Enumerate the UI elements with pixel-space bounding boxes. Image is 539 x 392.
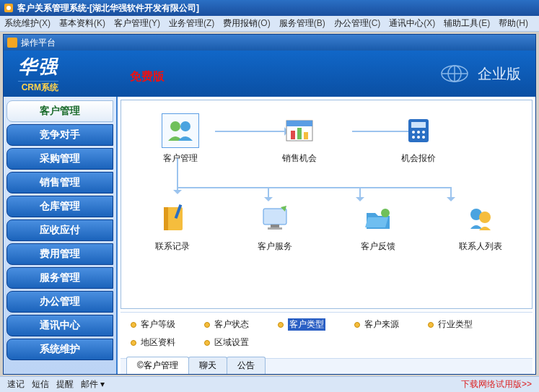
menu-system[interactable]: 系统维护(X): [4, 17, 51, 30]
header-banner: 华强 CRM系统 免费版 企业版: [4, 51, 535, 97]
connector-line: [177, 187, 451, 188]
sidebar: 客户管理 竞争对手 采购管理 销售管理 仓库管理 应收应付 费用管理 服务管理 …: [4, 97, 116, 374]
sidebar-item-purchase[interactable]: 采购管理: [6, 148, 113, 170]
main-panel: 客户管理 销售机会 机会报价: [116, 97, 535, 374]
svg-rect-15: [411, 122, 426, 128]
status-quicknote[interactable]: 速记: [7, 378, 25, 391]
logo: 华强 CRM系统: [18, 54, 58, 94]
menubar: 系统维护(X) 基本资料(K) 客户管理(Y) 业务管理(Z) 费用报销(O) …: [0, 16, 539, 32]
flow-quote[interactable]: 机会报价: [379, 113, 458, 165]
link-tray: 客户等级 客户状态 客户类型 客户来源 行业类型 地区资料 区域设置: [120, 312, 533, 355]
menu-basic[interactable]: 基本资料(K): [59, 17, 105, 30]
flow-contact-log[interactable]: 联系记录: [133, 201, 212, 253]
arrow-icon: [268, 187, 269, 200]
link-cust-level[interactable]: 客户等级: [131, 318, 175, 331]
edition-text: 企业版: [478, 64, 521, 84]
link-region-data[interactable]: 地区资料: [131, 336, 175, 349]
status-sms[interactable]: 短信: [32, 378, 49, 391]
menu-tools[interactable]: 辅助工具(E): [444, 17, 490, 30]
tab-chat[interactable]: 聊天: [188, 357, 227, 374]
bullet-icon: [131, 322, 136, 328]
svg-rect-10: [286, 121, 312, 126]
svg-point-17: [417, 131, 420, 134]
chart-icon: [281, 113, 318, 148]
sidebar-item-comm[interactable]: 通讯中心: [6, 315, 113, 336]
folder-icon: [359, 201, 397, 236]
menu-customer[interactable]: 客户管理(Y): [114, 17, 160, 30]
svg-point-1: [6, 6, 11, 10]
sidebar-item-customer[interactable]: 客户管理: [6, 100, 113, 122]
app-icon: [3, 2, 14, 14]
svg-rect-11: [291, 131, 295, 139]
menu-expense[interactable]: 费用报销(O): [223, 17, 270, 30]
arrow-icon: [359, 187, 361, 200]
tab-customer[interactable]: ©客户管理: [126, 357, 189, 374]
flow-customer-feedback[interactable]: 客户反馈: [338, 201, 418, 253]
link-area-setting[interactable]: 区域设置: [204, 336, 249, 349]
sidebar-item-sysmaint[interactable]: 系统维护: [6, 339, 113, 360]
people-icon: [162, 113, 199, 148]
svg-point-21: [422, 136, 425, 139]
svg-point-8: [180, 121, 190, 131]
flow-contact-list[interactable]: 联系人列表: [441, 201, 520, 253]
flow-customer-service[interactable]: 客户服务: [235, 201, 315, 253]
svg-point-30: [479, 212, 491, 223]
bullet-icon: [428, 322, 434, 328]
subwin-icon: [6, 37, 18, 48]
link-industry[interactable]: 行业类型: [428, 318, 473, 331]
bullet-icon: [278, 322, 284, 328]
link-cust-type[interactable]: 客户类型: [278, 318, 325, 331]
menu-comm[interactable]: 通讯中心(X): [389, 17, 435, 30]
svg-rect-27: [268, 227, 282, 230]
svg-rect-23: [164, 207, 168, 230]
body-area: 客户管理 竞争对手 采购管理 销售管理 仓库管理 应收应付 费用管理 服务管理 …: [4, 97, 535, 374]
logo-main: 华强: [18, 54, 58, 79]
globe-icon: [439, 64, 470, 84]
svg-point-18: [422, 131, 425, 134]
statusbar: 速记 短信 提醒 邮件 ▾ 下载网络试用版>>: [0, 376, 539, 392]
sidebar-item-service[interactable]: 服务管理: [6, 267, 113, 289]
contacts-icon: [462, 201, 499, 236]
flow-sales-opportunity[interactable]: 销售机会: [260, 113, 339, 165]
menu-business[interactable]: 业务管理(Z): [169, 17, 214, 30]
menu-office[interactable]: 办公管理(C): [334, 17, 381, 30]
sidebar-item-office[interactable]: 办公管理: [6, 291, 113, 313]
svg-point-16: [412, 131, 415, 134]
sidebar-item-arap[interactable]: 应收应付: [6, 219, 113, 241]
menu-service[interactable]: 服务管理(B): [279, 17, 325, 30]
arrow-icon: [450, 187, 452, 200]
subwin-title-text: 操作平台: [21, 37, 56, 49]
flow-canvas: 客户管理 销售机会 机会报价: [120, 100, 533, 309]
sidebar-item-stock[interactable]: 仓库管理: [6, 196, 113, 217]
sidebar-item-expense[interactable]: 费用管理: [6, 243, 113, 265]
subwin-titlebar: 操作平台: [4, 35, 535, 51]
flow-customer-mgmt[interactable]: 客户管理: [141, 113, 220, 165]
tab-notice[interactable]: 公告: [227, 357, 266, 374]
status-mail[interactable]: 邮件 ▾: [81, 378, 105, 391]
app-titlebar: 客户关系管理系统-[湖北华强软件开发有限公司]: [0, 0, 539, 16]
status-remind[interactable]: 提醒: [56, 378, 74, 391]
svg-point-19: [412, 136, 415, 139]
svg-rect-12: [297, 128, 302, 139]
bullet-icon: [204, 322, 210, 328]
sidebar-item-competitor[interactable]: 竞争对手: [6, 124, 113, 146]
svg-point-20: [417, 136, 420, 139]
edition-block: 企业版: [439, 64, 521, 84]
bullet-icon: [354, 322, 360, 328]
monitor-icon: [256, 201, 294, 236]
sidebar-item-sales[interactable]: 销售管理: [6, 172, 113, 193]
calculator-icon: [400, 113, 437, 148]
bullet-icon: [131, 340, 136, 346]
svg-point-7: [170, 121, 180, 131]
menu-help[interactable]: 帮助(H): [499, 17, 528, 30]
notebook-icon: [154, 201, 191, 236]
download-trial-link[interactable]: 下载网络试用版>>: [461, 378, 532, 391]
tab-strip: ©客户管理 聊天 公告: [120, 358, 533, 374]
status-left: 速记 短信 提醒 邮件 ▾: [7, 378, 105, 391]
app-title: 客户关系管理系统-[湖北华强软件开发有限公司]: [17, 2, 199, 14]
link-cust-status[interactable]: 客户状态: [204, 318, 249, 331]
svg-point-28: [381, 209, 390, 217]
link-cust-source[interactable]: 客户来源: [354, 318, 399, 331]
free-tag: 免费版: [130, 69, 165, 84]
sub-window: 操作平台 华强 CRM系统 免费版 企业版 客户管理 竞争对手 采购管理 销售管…: [3, 34, 536, 375]
